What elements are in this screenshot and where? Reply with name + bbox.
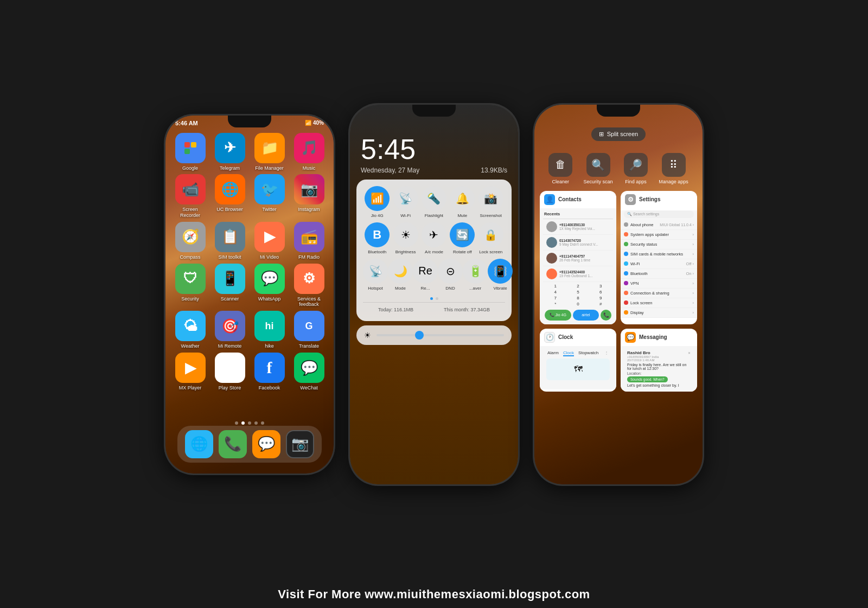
app-miremote[interactable]: 🎯 Mi Remote — [212, 311, 248, 349]
brightness-track — [376, 334, 504, 336]
phone-1: 5:46 AM 📶 40% — [165, 116, 334, 473]
msg-close-icon[interactable]: ✕ — [688, 351, 691, 355]
ctrl-wifi[interactable]: 📡 Wi-Fi — [392, 186, 420, 218]
split-screen-icon: ⊞ — [599, 131, 604, 138]
action-manageapps[interactable]: ⠿ Manage apps — [659, 153, 688, 184]
app-wechat[interactable]: 💬 WeChat — [291, 353, 327, 391]
app-ucbrowser[interactable]: 🌐 UC Browser — [212, 174, 248, 219]
split-screen-label: Split screen — [607, 131, 638, 137]
app-whatsapp[interactable]: 💬 WhatsApp — [251, 264, 288, 308]
clock-card-title: Clock — [558, 334, 573, 340]
app-instagram[interactable]: 📷 Instagram — [291, 174, 327, 219]
ctrl-mute[interactable]: 🔔 Mute — [448, 186, 476, 218]
app-compass[interactable]: 🧭 Compass — [172, 222, 208, 260]
split-screen-button[interactable]: ⊞ Split screen — [591, 127, 646, 141]
network-icon: 📶 — [305, 120, 311, 126]
clock-tab-stopwatch[interactable]: Stopwatch — [578, 350, 598, 356]
p2-clock: 5:45 — [350, 118, 518, 165]
ctrl-airplanemode[interactable]: ✈ A/c mode — [420, 222, 448, 254]
app-google[interactable]: Google — [172, 133, 208, 171]
control-row-2: B​ Bluetooth ☀ Brightness ✈ A/c mode � — [363, 222, 505, 254]
clock-tabs: Alarm Clock Stopwatch ⋮ — [543, 348, 613, 359]
ctrl-jio4g[interactable]: 📶 Jio 4G — [363, 186, 391, 218]
settings-display: Display › — [621, 308, 697, 318]
app-music[interactable]: 🎵 Music — [291, 133, 327, 171]
app-screenrecorder[interactable]: 📹 Screen Recorder — [172, 174, 208, 219]
p2-data: 13.9KB/s — [481, 167, 507, 174]
ctrl-dnd[interactable]: ⊝ DND — [438, 259, 463, 291]
action-cleaner[interactable]: 🗑 Cleaner — [548, 153, 572, 184]
clock-tab-clock[interactable]: Clock — [563, 350, 574, 356]
ctrl-batterysaver[interactable]: 🔋 ...aver — [463, 259, 488, 291]
app-mivideo[interactable]: ▶ Mi Video — [251, 222, 288, 260]
app-telegram-label: Telegram — [220, 165, 240, 171]
brightness-bar[interactable]: ☀ — [356, 325, 512, 345]
ctrl-screenshot[interactable]: 📸 Screenshot — [477, 186, 505, 218]
app-security[interactable]: 🛡 Security — [172, 264, 208, 308]
ctrl-mode[interactable]: 🌙 Mode — [388, 259, 413, 291]
dock-messages[interactable]: 💬 — [252, 430, 280, 458]
app-fmradio[interactable]: 📻 FM Radio — [291, 222, 327, 260]
app-scanner[interactable]: 📱 Scanner — [212, 264, 248, 308]
app-services-label: Services & feedback — [291, 296, 327, 308]
settings-wifi: Wi-Fi Off › — [621, 259, 697, 269]
battery-1: 40% — [313, 120, 324, 126]
data-usage: Today: 116.1MB This month: 37.34GB — [363, 302, 505, 315]
msg-text: Friday is finally here. Are we still on … — [627, 363, 691, 370]
action-findapps[interactable]: 🔎 Find apps — [624, 153, 648, 184]
footer-text: Visit For More www.miuithemesxiaomi.blog… — [278, 587, 590, 601]
app-hike[interactable]: hi hike — [251, 311, 288, 349]
app-playstore-label: Play Store — [219, 385, 241, 391]
ctrl-lockscreen[interactable]: 🔒 Lock screen — [477, 222, 505, 254]
card-messaging[interactable]: 💬 Messaging Rashid Bro ✕ +916550916897 I — [621, 329, 697, 392]
app-weather[interactable]: 🌤 Weather — [172, 311, 208, 349]
recents-grid: 👤 Contacts Recents +911400350130 1X May … — [534, 191, 703, 392]
securityscan-label: Security scan — [584, 179, 613, 184]
messaging-card-icon: 💬 — [625, 332, 636, 343]
dock-camera[interactable]: 📷 — [286, 430, 314, 458]
settings-search[interactable]: 🔍 Search settings — [624, 210, 694, 218]
ctrl-hotspot[interactable]: 📡 Hotspot — [363, 259, 388, 291]
ctrl-vibrate[interactable]: 📳 Vibrate — [488, 259, 513, 291]
app-telegram[interactable]: ✈ Telegram — [212, 133, 248, 171]
app-compass-label: Compass — [180, 254, 200, 260]
msg-bubble: Sounds good. When? — [627, 376, 668, 382]
ctrl-lockscreen-label: Lock screen — [479, 249, 502, 254]
settings-sim: SIM cards & mobile networks › — [621, 249, 697, 259]
ctrl-flashlight[interactable]: 🔦 Flashlight — [420, 186, 448, 218]
app-mxplayer[interactable]: ▶ MX Player — [172, 353, 208, 391]
ctrl-reading[interactable]: Re Re... — [413, 259, 438, 291]
settings-bluetooth: Bluetooth On › — [621, 269, 697, 279]
ctrl-brightness[interactable]: ☀ Brightness — [392, 222, 420, 254]
contact-item-2: 01143074720 9 May Didn't connect V... — [543, 235, 613, 251]
dock: 🌐 📞 💬 📷 — [177, 426, 322, 463]
phones-container: 5:46 AM 📶 40% — [0, 0, 868, 583]
app-translate[interactable]: G Translate — [291, 311, 327, 349]
app-simtoolkit[interactable]: 📋 SIM toolkit — [212, 222, 248, 260]
clock-tab-alarm[interactable]: Alarm — [547, 350, 559, 356]
world-map: 🗺 — [546, 359, 610, 380]
card-clock[interactable]: 🕐 Clock Alarm Clock Stopwatch ⋮ — [540, 329, 616, 392]
ctrl-bluetooth[interactable]: B​ Bluetooth — [363, 222, 391, 254]
settings-about: About phone MIUI Global 11.0.4 › — [621, 220, 697, 230]
app-filemanager-label: File Manager — [255, 165, 284, 171]
app-facebook[interactable]: f Facebook — [251, 353, 288, 391]
dock-browser[interactable]: 🌐 — [185, 430, 213, 458]
settings-secstatus: Security status › — [621, 240, 697, 249]
action-securityscan[interactable]: 🔍 Security scan — [584, 153, 613, 184]
card-settings[interactable]: ⚙ Settings 🔍 Search settings About phone — [621, 191, 697, 324]
app-playstore[interactable]: ▶ Play Store — [212, 353, 248, 391]
app-miremote-label: Mi Remote — [218, 343, 242, 349]
ctrl-rotateoff[interactable]: 🔄 Rotate off — [448, 222, 476, 254]
app-twitter[interactable]: 🐦 Twitter — [251, 174, 288, 219]
msg-item-rashid: Rashid Bro ✕ +916550916897 India 20/7/20… — [624, 348, 694, 389]
app-services[interactable]: ⚙ Services & feedback — [291, 264, 327, 308]
app-filemanager[interactable]: 📁 File Manager — [251, 133, 288, 171]
manageapps-icon: ⠿ — [662, 153, 686, 177]
card-contacts[interactable]: 👤 Contacts Recents +911400350130 1X May … — [540, 191, 616, 324]
securityscan-icon: 🔍 — [586, 153, 610, 177]
clock-menu-icon[interactable]: ⋮ — [604, 350, 609, 356]
brightness-icon: ☀ — [364, 331, 371, 340]
dock-phone[interactable]: 📞 — [219, 430, 247, 458]
cleaner-label: Cleaner — [552, 179, 569, 184]
